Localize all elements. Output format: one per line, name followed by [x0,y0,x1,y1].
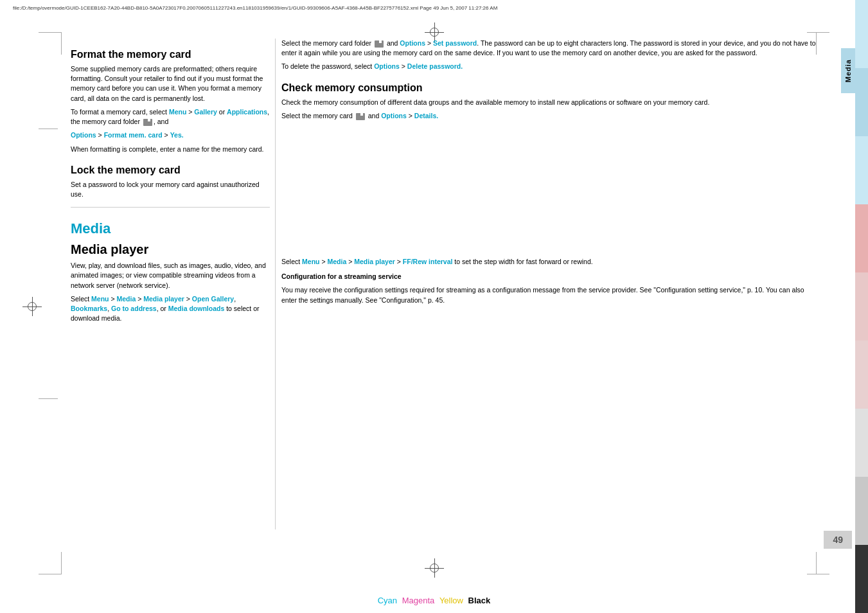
mp-mediaplayer-link: Media player [143,295,184,303]
format-gallery-link: Gallery [194,108,217,116]
crop-tl-v [61,32,62,55]
color-black-label: Black [468,596,491,605]
format-p2: To format a memory card, select Menu > G… [71,107,270,127]
lock-p1: Set a password to lock your memory card … [71,180,270,199]
memory-card-icon-1 [143,119,152,126]
right-mp-media-link: Media [328,258,347,265]
format-yes-link: Yes. [170,131,184,139]
format-mem-link: Format mem. card [104,131,163,139]
mp-menu-link: Menu [91,295,109,303]
tab-1 [855,0,868,68]
memory-card-icon-2 [375,40,384,48]
mp-media-link: Media [117,295,136,303]
media-side-tab-label: Media [844,59,852,82]
color-cyan-label: Cyan [378,596,397,605]
reg-mark-left-top [39,129,58,129]
filepath-bar: file:/D:/temp/overmode/GUID-1CEEB162-7A2… [13,5,855,11]
reg-mark-left-bottom [39,398,58,399]
mp-opengallery-link: Open Gallery [192,295,234,303]
check-memory-title: Check memory consumption [281,82,820,94]
right-mp-ffrewinterval-link: FF/Rew interval [403,258,453,265]
crop-bl-h [39,574,61,574]
mp-mediadownloads-link: Media downloads [168,305,225,312]
right-media-player-section: Select Menu > Media > Media player > FF/… [281,257,820,309]
format-p1: Some supplied memory cards are preformat… [71,64,270,103]
media-player-p1: View, play, and download files, such as … [71,261,270,290]
right-ffrewinterval-p: Select Menu > Media > Media player > FF/… [281,257,820,267]
media-title: Media [71,220,270,237]
section-divider-media [71,207,270,208]
right-tabs [855,0,868,613]
page-content: Format the memory card Some supplied mem… [71,39,839,568]
format-p3: Options > Format mem. card > Yes. [71,130,270,140]
config-subtitle-text: Configuration for a streaming service [281,272,402,280]
crosshair-left-middle [22,297,42,316]
mp-bookmarks-link: Bookmarks [71,305,107,312]
crop-br-h [807,574,829,574]
right-options-link-2: Options [374,62,400,70]
right-set-link: Set password [433,39,477,47]
media-player-p2: Select Menu > Media > Media player > Ope… [71,294,270,324]
config-streaming-subtitle: Configuration for a streaming service [281,272,820,281]
color-yellow-label: Yellow [439,596,463,605]
left-column: Format the memory card Some supplied mem… [71,39,270,568]
memory-card-icon-3 [356,113,365,120]
tab-5 [855,272,868,341]
format-p4: When formatting is complete, enter a nam… [71,145,270,154]
tab-7 [855,409,868,477]
right-setpassword-p1: Select the memory card folder and Option… [281,39,820,58]
format-options-link: Options [71,131,96,139]
config-streaming-p1: You may receive the configuration settin… [281,285,820,305]
right-mp-mediaplayer-link: Media player [354,258,395,265]
media-player-title: Media player [71,242,270,257]
tab-2-media [855,68,868,136]
tab-3 [855,136,868,204]
mp-gotoaddress-link: Go to address [111,305,157,312]
check-memory-p1: Check the memory consumption of differen… [281,98,820,107]
tab-6 [855,341,868,409]
color-magenta-label: Magenta [402,596,435,605]
check-memory-p2: Select the memory card and Options > Det… [281,111,820,121]
crop-tr-h [807,32,829,33]
right-column: Select the memory card folder and Option… [281,39,820,568]
crop-tl-h [39,32,61,33]
crop-bl-v [61,552,62,574]
format-menu-link: Menu [169,108,186,116]
tab-4 [855,204,868,272]
lock-memory-card-title: Lock the memory card [71,164,270,176]
bottom-color-bar: Cyan Magenta Yellow Black [0,596,868,605]
right-delete-link: Delete password. [407,62,463,70]
format-applications-link: Applications [227,108,267,116]
tab-8 [855,477,868,545]
right-options-link-1: Options [400,39,425,47]
format-memory-card-title: Format the memory card [71,49,270,60]
right-mp-menu-link: Menu [302,258,319,265]
right-details-link: Details. [414,112,438,120]
right-deletepassword-p: To delete the password, select Options >… [281,62,820,71]
column-divider [275,39,276,529]
filepath-text: file:/D:/temp/overmode/GUID-1CEEB162-7A2… [13,5,497,11]
right-options-link-3: Options [381,112,407,120]
media-side-tab: Media [841,48,855,93]
